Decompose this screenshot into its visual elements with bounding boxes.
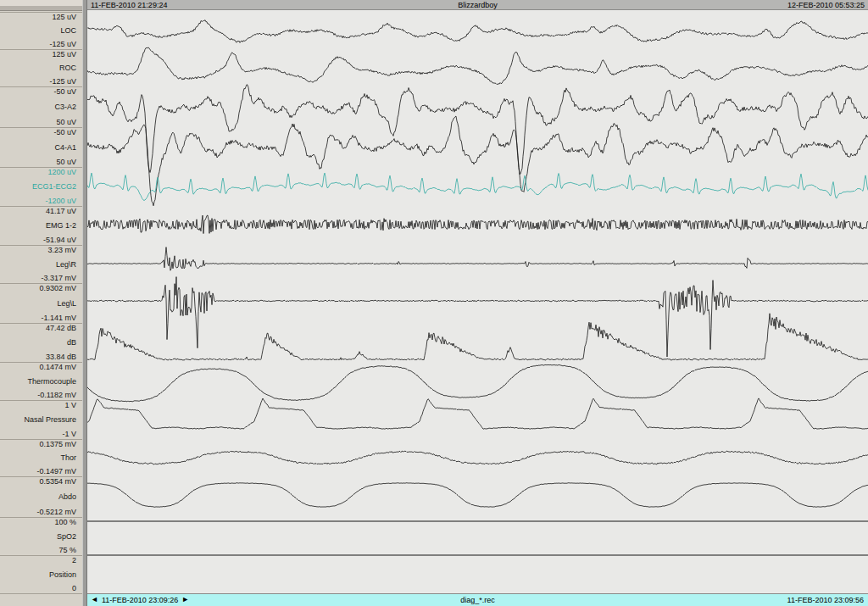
channel-separator	[0, 283, 82, 284]
channel-separator	[0, 86, 82, 87]
channel-scale-top-c4a1: -50 uV	[53, 128, 76, 136]
channel-scale-top-abdo: 0.5354 mV	[39, 477, 76, 486]
channel-scale-bottom-c3a2: 50 uV	[56, 118, 76, 126]
recording-header-bar: 11-FEB-2010 21:29:24 Blizzardboy 12-FEB-…	[87, 0, 868, 10]
channel-separator	[0, 400, 82, 401]
trace-legr	[87, 247, 868, 271]
channel-scale-bottom-emg: -51.94 uV	[43, 236, 76, 244]
trace-c3a2	[87, 85, 868, 175]
channel-block-c3a2: -50 uVC3-A250 uV	[0, 86, 82, 127]
recording-end-time: 12-FEB-2010 05:53:25	[787, 1, 865, 9]
channel-scale-bottom-ecg: -1200 uV	[45, 197, 76, 205]
channel-scale-top-nasal: 1 V	[64, 401, 76, 409]
channel-scale-top-ecg: 1200 uV	[47, 168, 76, 176]
channel-separator	[0, 206, 82, 207]
channel-label-ecg: ECG1-ECG2	[32, 182, 76, 191]
channel-block-thermo: 0.1474 mVThermocouple-0.1182 mV	[0, 362, 82, 400]
recording-start-time: 11-FEB-2010 21:29:24	[91, 1, 167, 9]
trace-nasal	[87, 398, 868, 429]
channel-scale-bottom-db: 33.84 dB	[46, 353, 76, 361]
channel-scale-bottom-thermo: -0.1182 mV	[37, 391, 76, 399]
channel-block-roc: 125 uVROC-125 uV	[0, 49, 82, 86]
channel-separator	[0, 439, 82, 440]
channel-label-thor: Thor	[60, 453, 76, 462]
trace-thor	[87, 451, 868, 464]
trace-c4a1	[87, 116, 868, 206]
channel-label-thermo: Thermocouple	[27, 377, 76, 386]
channel-scale-top-emg: 41.17 uV	[46, 207, 76, 215]
trace-emg	[87, 215, 868, 234]
channel-block-db: 47.42 dBdB33.84 dB	[0, 323, 82, 362]
channel-scale-top-c3a2: -50 uV	[53, 87, 76, 96]
channel-separator	[0, 517, 82, 518]
epoch-end-time: 11-FEB-2010 23:09:56	[787, 596, 864, 604]
channel-label-legl: Leg\L	[57, 299, 76, 308]
psg-viewer-window: 125 uVLOC-125 uV125 uVROC-125 uV-50 uVC3…	[0, 0, 868, 606]
channel-block-ecg: 1200 uVECG1-ECG2-1200 uV	[0, 167, 82, 206]
channel-scale-bottom-spo2: 75 %	[58, 546, 76, 554]
channel-scale-top-legl: 0.9302 mV	[39, 284, 76, 292]
channel-label-abdo: Abdo	[58, 492, 76, 501]
channel-sidebar: 125 uVLOC-125 uV125 uVROC-125 uV-50 uVC3…	[0, 0, 82, 606]
channel-separator	[0, 245, 82, 246]
trace-ecg	[87, 173, 868, 200]
channel-block-emg: 41.17 uVEMG 1-2-51.94 uV	[0, 206, 82, 245]
channel-label-legr: Leg\R	[56, 260, 76, 269]
channel-separator	[0, 362, 82, 363]
channel-scale-top-spo2: 100 %	[54, 518, 76, 526]
channel-separator	[0, 555, 82, 556]
trace-db	[87, 314, 868, 360]
channel-scale-top-roc: 125 uV	[52, 50, 76, 58]
epoch-navigation-bar: ◄ 11-FEB-2010 23:09:26 ► diag_*.rec 11-F…	[87, 593, 868, 606]
channel-block-loc: 125 uVLOC-125 uV	[0, 12, 82, 49]
channel-scale-top-db: 47.42 dB	[46, 324, 76, 332]
channel-scale-bottom-abdo: -0.5212 mV	[36, 508, 76, 516]
channel-scale-bottom-legl: -1.141 mV	[41, 314, 76, 322]
channel-block-c4a1: -50 uVC4-A150 uV	[0, 127, 82, 167]
channel-label-loc: LOC	[60, 26, 76, 35]
channel-label-emg: EMG 1-2	[46, 221, 76, 230]
channel-scale-top-thor: 0.1375 mV	[39, 440, 76, 448]
channel-scale-bottom-loc: -125 uV	[49, 40, 76, 48]
channel-label-position: Position	[49, 570, 76, 579]
channel-block-abdo: 0.5354 mVAbdo-0.5212 mV	[0, 476, 82, 517]
channel-separator	[0, 127, 82, 128]
next-epoch-button[interactable]: ►	[181, 595, 189, 604]
channel-scale-top-position: 2	[72, 556, 76, 564]
channel-scale-bottom-roc: -125 uV	[49, 77, 76, 86]
channel-scale-bottom-c4a1: 50 uV	[56, 158, 76, 166]
channel-label-c4a1: C4-A1	[54, 143, 76, 152]
recording-file-name: diag_*.rec	[460, 596, 495, 604]
channel-scale-bottom-thor: -0.1497 mV	[36, 467, 76, 475]
channel-scale-bottom-nasal: -1 V	[62, 430, 76, 438]
channel-scale-top-thermo: 0.1474 mV	[39, 363, 76, 371]
patient-name: Blizzardboy	[458, 1, 498, 9]
trace-loc	[87, 20, 868, 43]
channel-scale-top-loc: 125 uV	[52, 13, 76, 21]
channel-separator	[0, 12, 82, 13]
channel-separator	[0, 476, 82, 477]
channel-block-legr: 3.23 mVLeg\R-3.317 mV	[0, 245, 82, 283]
prev-epoch-button[interactable]: ◄	[91, 595, 98, 604]
trace-legl	[87, 277, 868, 357]
channel-scale-bottom-legr: -3.317 mV	[41, 274, 76, 282]
channel-separator	[0, 49, 82, 50]
channel-block-position: 2Position0	[0, 555, 82, 593]
channel-separator	[0, 593, 82, 594]
waveform-traces	[87, 10, 868, 593]
waveform-chart-area	[87, 10, 868, 593]
trace-thermo	[87, 364, 868, 402]
channel-label-spo2: SpO2	[57, 532, 76, 541]
channel-separator	[0, 323, 82, 324]
trace-abdo	[87, 483, 868, 508]
sidebar-header-cell	[0, 0, 82, 11]
epoch-start-time: 11-FEB-2010 23:09:26	[102, 596, 178, 604]
channel-block-spo2: 100 %SpO275 %	[0, 517, 82, 555]
channel-scale-top-legr: 3.23 mV	[47, 246, 76, 254]
channel-label-nasal: Nasal Pressure	[24, 415, 76, 424]
channel-block-thor: 0.1375 mVThor-0.1497 mV	[0, 439, 82, 476]
channel-separator	[0, 167, 82, 168]
channel-block-nasal: 1 VNasal Pressure-1 V	[0, 400, 82, 439]
channel-block-legl: 0.9302 mVLeg\L-1.141 mV	[0, 283, 82, 323]
channel-label-db: dB	[67, 338, 76, 347]
